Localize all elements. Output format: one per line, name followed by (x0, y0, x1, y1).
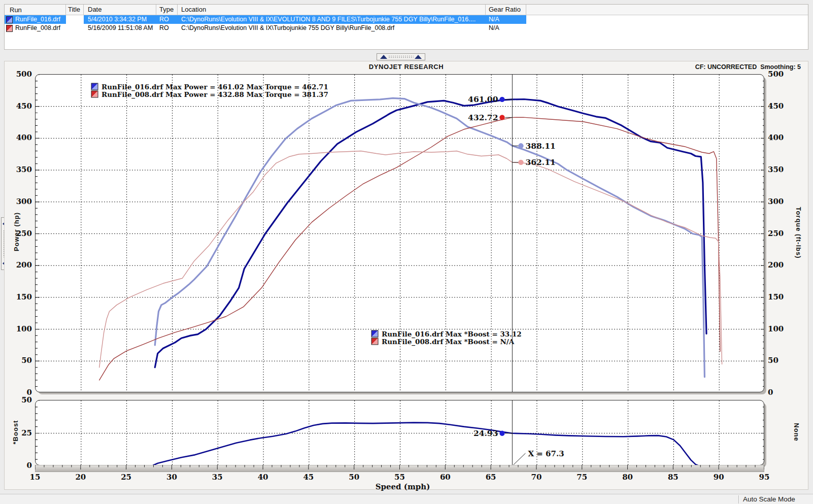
status-bar-divider (738, 495, 739, 503)
torque-tick-label: 250 (768, 229, 798, 238)
run-color-icon (6, 25, 13, 32)
speed-tick-label: 25 (121, 473, 131, 482)
run-gear-ratio: N/A (486, 15, 526, 24)
torque-axis-title: Torque (ft-lbs) (795, 190, 802, 276)
power-tick-label: 50 (6, 356, 32, 365)
speed-tick-label: 55 (394, 473, 405, 482)
run-gear-ratio: N/A (486, 24, 526, 32)
run-date: 5/16/2009 11:51:08 AM (84, 24, 156, 32)
run-type: RO (156, 24, 178, 32)
svg-text:432.72: 432.72 (468, 113, 498, 122)
torque-tick-label: 50 (768, 356, 798, 365)
speed-tick-label: 40 (258, 473, 268, 482)
speed-tick-label: 90 (714, 473, 724, 482)
power-tick-label: 400 (6, 133, 32, 142)
boost-tick-label: 50 (6, 395, 32, 405)
run-list-header: Run Title Date Type Location Gear Ratio (5, 5, 808, 15)
speed-tick-label: 35 (212, 473, 223, 482)
speed-tick-label: 60 (440, 473, 451, 482)
column-header-location[interactable]: Location (178, 5, 486, 15)
torque-tick-label: 150 (768, 292, 798, 301)
run-date: 5/4/2010 3:34:32 PM (84, 15, 156, 24)
column-header-run[interactable]: Run (5, 5, 66, 15)
table-row[interactable]: RunFile_008.drf 5/16/2009 11:51:08 AM RO… (5, 24, 808, 32)
boost-plot[interactable]: 24.93X = 67.3 (35, 400, 764, 465)
speed-axis-labels: 1520253035404550556065707580859095 (35, 473, 764, 482)
column-header-gear-ratio[interactable]: Gear Ratio (486, 5, 526, 15)
torque-tick-label: 400 (768, 133, 798, 142)
speed-tick-label: 95 (759, 473, 770, 482)
splitter-grip[interactable] (388, 55, 414, 58)
status-bar: Auto Scale Mode (0, 494, 813, 504)
boost-svg: 24.93X = 67.3 (36, 400, 764, 465)
scale-mode-indicator: Auto Scale Mode (743, 495, 795, 503)
svg-text:X = 67.3: X = 67.3 (528, 449, 564, 458)
speed-tick-label: 20 (75, 473, 86, 482)
torque-tick-label: 500 (768, 70, 798, 79)
run-type: RO (156, 15, 178, 24)
run-location: C:\DynoRuns\Evolution VIII & IX\EVOLUTIO… (178, 15, 486, 24)
speed-tick-label: 70 (531, 473, 542, 482)
torque-tick-label: 350 (768, 165, 798, 174)
none-axis-title: None (793, 412, 800, 453)
table-row[interactable]: RunFile_016.drf 5/4/2010 3:34:32 PM RO C… (5, 15, 808, 24)
speed-axis-label: Speed (mph) (5, 482, 801, 491)
run-location: C:\DynoRuns\Evolution VIII & IX\Turbojun… (178, 24, 486, 32)
svg-text:388.11: 388.11 (525, 141, 555, 151)
speed-tick-label: 80 (622, 473, 633, 482)
svg-text:RunFile_008.drf Max *Boost = N: RunFile_008.drf Max *Boost = N/A (382, 338, 515, 346)
collapse-up-icon[interactable] (415, 55, 422, 59)
speed-tick-label: 85 (668, 473, 679, 482)
speed-tick-label: 50 (349, 473, 359, 482)
power-torque-svg: RunFile_016.drf Max Power = 461.02 Max T… (36, 75, 764, 392)
column-header-title[interactable]: Title (66, 5, 84, 15)
run-file-name: RunFile_016.drf (15, 15, 60, 24)
svg-text:24.93: 24.93 (473, 428, 498, 438)
svg-text:RunFile_008.drf Max Power = 43: RunFile_008.drf Max Power = 432.88 Max T… (101, 90, 328, 99)
run-file-name: RunFile_008.drf (15, 24, 60, 32)
power-tick-label: 500 (6, 70, 32, 79)
speed-tick-label: 65 (486, 473, 496, 482)
run-list-panel: Run Title Date Type Location Gear Ratio … (4, 4, 808, 50)
svg-text:362.11: 362.11 (525, 157, 555, 167)
column-header-type[interactable]: Type (156, 5, 178, 15)
power-tick-label: 150 (6, 292, 32, 301)
svg-text:461.00: 461.00 (468, 94, 498, 104)
power-torque-plot[interactable]: RunFile_016.drf Max Power = 461.02 Max T… (35, 74, 764, 392)
run-color-icon (6, 16, 13, 23)
x-axis-tick-bar (35, 465, 764, 472)
brand-title: DYNOJET RESEARCH (5, 63, 808, 71)
column-header-date[interactable]: Date (84, 5, 156, 15)
dyno-chart-area: DYNOJET RESEARCH CF: UNCORRECTED Smoothi… (4, 61, 808, 490)
boost-axis-title: *Boost (12, 412, 19, 453)
horizontal-splitter[interactable] (377, 53, 425, 60)
power-tick-label: 350 (6, 165, 32, 174)
torque-tick-label: 100 (768, 324, 798, 333)
power-tick-label: 100 (6, 324, 32, 333)
speed-tick-label: 75 (577, 473, 587, 482)
power-axis-title: Power (hp) (13, 191, 20, 273)
collapse-up-icon[interactable] (380, 55, 387, 59)
torque-tick-label: 200 (768, 260, 798, 270)
torque-tick-label: 300 (768, 197, 798, 206)
torque-tick-label: 0 (768, 388, 798, 397)
power-tick-label: 450 (6, 102, 32, 111)
speed-tick-label: 15 (30, 473, 41, 482)
speed-tick-label: 30 (166, 473, 177, 482)
boost-tick-label: 0 (6, 461, 32, 470)
speed-tick-label: 45 (303, 473, 314, 482)
torque-tick-label: 450 (768, 102, 798, 111)
